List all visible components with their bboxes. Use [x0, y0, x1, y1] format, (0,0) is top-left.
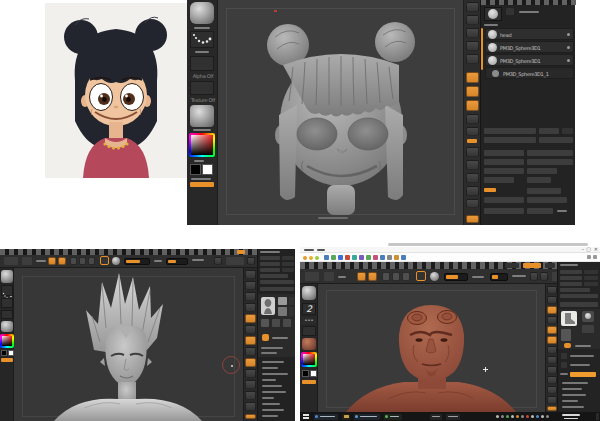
app-shortcut-icon[interactable] [373, 255, 378, 260]
zintensity-button[interactable] [214, 257, 222, 265]
taskbar-app[interactable] [354, 414, 380, 420]
scroll-icon[interactable] [466, 147, 479, 157]
app-shortcut-icon[interactable] [401, 255, 406, 260]
stroke-thumbnail[interactable] [190, 31, 214, 48]
palette-button[interactable] [282, 268, 294, 272]
tool-slot[interactable] [283, 319, 291, 327]
list-row[interactable] [562, 388, 582, 390]
palette-button[interactable] [260, 280, 294, 284]
palette-button[interactable] [260, 262, 280, 266]
scale-button[interactable] [79, 257, 86, 265]
material-thumbnail[interactable] [302, 338, 316, 350]
app-shortcut-icon[interactable] [387, 255, 392, 260]
actual-size-icon[interactable] [245, 402, 256, 411]
list-row[interactable] [262, 403, 280, 405]
list-row[interactable] [262, 373, 288, 375]
menu-active-chip[interactable] [523, 263, 541, 268]
material-thumbnail[interactable] [1, 321, 13, 332]
xpose-icon[interactable] [547, 356, 557, 364]
list-row[interactable] [262, 397, 274, 399]
fit-icon[interactable] [466, 199, 479, 208]
tool-slot[interactable] [506, 8, 514, 15]
stroke-thumbnail[interactable] [1, 285, 13, 296]
toolbar-button[interactable] [305, 272, 319, 281]
tray-icon[interactable] [511, 415, 514, 418]
palette-button[interactable] [560, 270, 582, 274]
palette-button[interactable] [560, 302, 598, 307]
transparency-icon[interactable] [245, 336, 256, 345]
record-dot-icon[interactable] [309, 256, 313, 260]
palette-button[interactable] [484, 197, 524, 203]
palette-button[interactable] [260, 256, 280, 260]
transparency-icon[interactable] [547, 326, 557, 334]
scroll-icon[interactable] [547, 366, 557, 374]
lightbox-brush-icon[interactable] [262, 334, 269, 341]
local-symmetry-icon[interactable] [245, 303, 256, 312]
app-shortcut-icon[interactable] [366, 255, 371, 260]
xpose-icon[interactable] [245, 369, 256, 378]
floor-grid-icon[interactable] [547, 316, 557, 324]
sculpt-canvas[interactable] [14, 268, 243, 421]
visibility-eye-icon[interactable] [567, 46, 570, 49]
focal-shift-slider[interactable] [166, 258, 188, 265]
draw-button[interactable] [368, 272, 377, 281]
actual-size-icon[interactable] [466, 173, 479, 183]
bpr-render-icon[interactable] [466, 2, 479, 12]
zoom-icon[interactable] [245, 391, 256, 400]
sculptris-icon[interactable] [112, 257, 120, 265]
palette-button[interactable] [484, 159, 524, 165]
texture-slot[interactable] [1, 310, 13, 319]
tool-slot[interactable] [289, 307, 294, 316]
sculpt-canvas[interactable] [218, 0, 463, 225]
palette-button[interactable] [282, 262, 294, 266]
list-row[interactable] [262, 385, 282, 387]
list-row[interactable] [562, 394, 586, 396]
main-color-swatch[interactable] [1, 350, 7, 356]
actual-size-icon[interactable] [547, 386, 557, 394]
ghost-icon[interactable] [466, 100, 479, 111]
palette-button[interactable] [260, 287, 294, 291]
tool-slot[interactable] [261, 319, 269, 327]
list-row[interactable] [562, 382, 588, 384]
zoom-icon[interactable] [547, 376, 557, 384]
toolbar-button[interactable] [4, 257, 18, 265]
ghost-icon[interactable] [245, 347, 256, 356]
tray-icon[interactable] [521, 415, 524, 418]
fit-icon[interactable] [547, 406, 557, 411]
tool-slot[interactable] [289, 297, 294, 305]
palette-slider[interactable] [484, 177, 514, 183]
palette-button[interactable] [282, 256, 294, 260]
show-desktop-button[interactable] [596, 413, 599, 420]
palette-button[interactable] [527, 208, 553, 214]
frame-mesh-icon[interactable] [245, 325, 256, 334]
brush-thumbnail[interactable] [302, 286, 316, 300]
taskbar-app[interactable] [430, 414, 442, 420]
minimize-icon[interactable]: – [582, 246, 585, 252]
toolbar-button[interactable] [22, 257, 32, 265]
move-button[interactable] [382, 272, 390, 281]
shelf-orange-button[interactable] [302, 380, 316, 384]
zoom-icon[interactable] [466, 160, 479, 170]
perspective-icon[interactable] [245, 281, 256, 290]
window-drag-handle[interactable] [388, 243, 588, 246]
overflow-icon[interactable] [587, 255, 591, 259]
list-thumb[interactable] [561, 362, 567, 368]
alpha-slot[interactable] [302, 326, 316, 336]
palette-button[interactable] [527, 168, 557, 174]
main-color-swatch[interactable] [302, 370, 309, 377]
shelf-orange-button[interactable] [1, 358, 13, 362]
stroke-thumbnail[interactable]: 2 [302, 303, 316, 315]
fit-icon[interactable] [245, 414, 256, 419]
brush-thumbnail[interactable] [190, 2, 214, 24]
visibility-eye-icon[interactable] [567, 59, 570, 62]
app-shortcut-icon[interactable] [331, 255, 336, 260]
tray-icon[interactable] [526, 415, 529, 418]
shelf-orange-button[interactable] [190, 182, 214, 187]
start-button[interactable] [303, 414, 309, 420]
tray-icon[interactable] [541, 415, 544, 418]
move-button[interactable] [70, 257, 77, 265]
main-color-swatch[interactable] [190, 164, 201, 175]
solo-icon[interactable] [466, 114, 479, 124]
tray-icon[interactable] [531, 415, 534, 418]
alpha-slot[interactable] [190, 56, 214, 71]
